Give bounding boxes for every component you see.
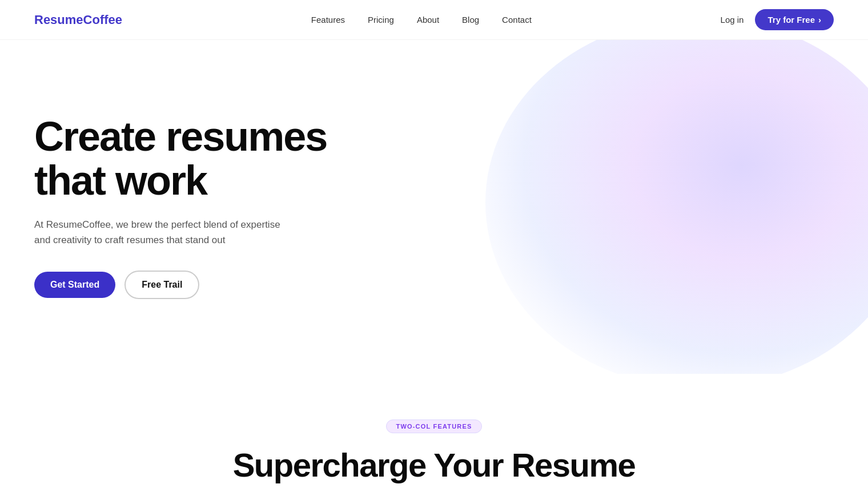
get-started-button[interactable]: Get Started xyxy=(34,272,115,298)
try-free-arrow: › xyxy=(818,15,821,25)
nav-about[interactable]: About xyxy=(417,15,439,25)
logo-part2: Coffee xyxy=(83,13,122,27)
nav-pricing[interactable]: Pricing xyxy=(368,15,394,25)
hero-buttons: Get Started Free Trail xyxy=(34,271,327,299)
hero-title-line1: Create resumes xyxy=(34,114,327,159)
hero-background xyxy=(485,40,868,374)
hero-title-line2: that work xyxy=(34,158,207,203)
hero-title: Create resumes that work xyxy=(34,115,327,204)
logo[interactable]: ResumeCoffee xyxy=(34,13,122,27)
try-free-label: Try for Free xyxy=(767,15,815,25)
features-section: TWO-COL FEATURES Supercharge Your Resume… xyxy=(0,374,868,488)
nav-links: Features Pricing About Blog Contact xyxy=(311,15,532,25)
hero-content: Create resumes that work At ResumeCoffee… xyxy=(34,115,327,300)
try-free-button[interactable]: Try for Free › xyxy=(755,9,834,30)
nav-actions: Log in Try for Free › xyxy=(721,9,834,30)
login-button[interactable]: Log in xyxy=(721,15,744,25)
navbar: ResumeCoffee Features Pricing About Blog… xyxy=(0,0,868,40)
hero-subtitle: At ResumeCoffee, we brew the perfect ble… xyxy=(34,217,297,248)
features-title: Supercharge Your Resume xyxy=(34,446,834,484)
nav-blog[interactable]: Blog xyxy=(462,15,479,25)
logo-part1: Resume xyxy=(34,13,83,27)
hero-section: Create resumes that work At ResumeCoffee… xyxy=(0,40,868,374)
nav-features[interactable]: Features xyxy=(311,15,345,25)
features-badge: TWO-COL FEATURES xyxy=(386,420,481,433)
free-trial-button[interactable]: Free Trail xyxy=(124,271,199,299)
nav-contact[interactable]: Contact xyxy=(502,15,532,25)
